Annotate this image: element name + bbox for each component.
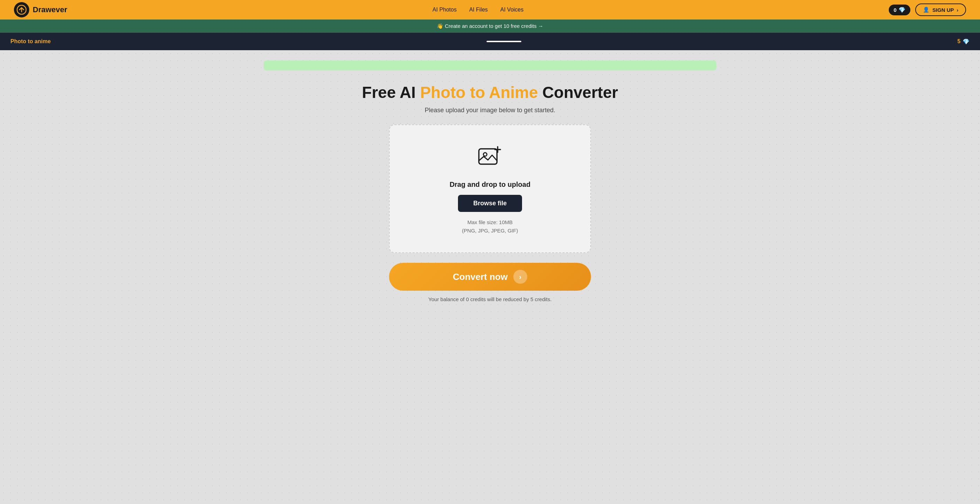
gem-icon: 💎 [899, 6, 905, 13]
arrow-icon: › [957, 7, 958, 13]
convert-arrow-icon: › [513, 270, 527, 284]
nav-links: AI Photos AI Files AI Voices [433, 6, 523, 13]
credits-count: 0 [894, 7, 896, 13]
svg-point-2 [484, 153, 487, 156]
logo-icon [14, 2, 29, 18]
tool-title: Photo to anime [10, 38, 51, 45]
heading-suffix: Converter [538, 83, 618, 101]
heading-highlight: Photo to Anime [420, 83, 538, 101]
user-icon: 👤 [923, 6, 929, 13]
tool-credits-count: 5 [957, 38, 961, 45]
heading-prefix: Free AI [362, 83, 420, 101]
nav-actions: 0 💎 👤 SIGN UP › [889, 3, 966, 16]
promo-emoji: 👋 [437, 23, 443, 29]
signup-label: SIGN UP [932, 7, 954, 13]
logo-area[interactable]: Drawever [14, 2, 67, 18]
nav-ai-files[interactable]: AI Files [469, 6, 488, 13]
convert-label: Convert now [453, 271, 508, 282]
tool-bar: Photo to anime 5 💎 [0, 33, 980, 50]
tool-gem-icon: 💎 [963, 38, 970, 45]
credits-badge: 0 💎 [889, 5, 910, 15]
signup-banner [264, 61, 716, 70]
nav-ai-voices[interactable]: AI Voices [500, 6, 524, 13]
promo-bar[interactable]: 👋 Create an account to get 10 free credi… [0, 19, 980, 33]
page-heading: Free AI Photo to Anime Converter [362, 83, 618, 102]
file-info: Max file size: 10MB (PNG, JPG, JPEG, GIF… [462, 218, 518, 235]
browse-file-button[interactable]: Browse file [458, 195, 522, 212]
signup-button[interactable]: 👤 SIGN UP › [915, 3, 966, 16]
tool-credits: 5 💎 [957, 38, 970, 45]
top-navigation: Drawever AI Photos AI Files AI Voices 0 … [0, 0, 980, 19]
upload-area[interactable]: Drag and drop to upload Browse file Max … [389, 124, 591, 253]
file-size-text: Max file size: 10MB [462, 218, 518, 226]
page-subtitle: Please upload your image below to get st… [425, 107, 555, 114]
svg-rect-1 [479, 149, 497, 164]
tool-bar-divider [487, 41, 521, 42]
balance-text: Your balance of 0 credits will be reduce… [428, 296, 552, 302]
file-types-text: (PNG, JPG, JPEG, GIF) [462, 226, 518, 235]
drag-drop-text: Drag and drop to upload [450, 180, 530, 188]
upload-icon [476, 142, 504, 174]
promo-text: Create an account to get 10 free credits… [445, 23, 543, 29]
convert-now-button[interactable]: Convert now › [389, 263, 591, 291]
nav-ai-photos[interactable]: AI Photos [433, 6, 457, 13]
main-content: Free AI Photo to Anime Converter Please … [0, 50, 980, 504]
logo-text: Drawever [33, 5, 67, 14]
